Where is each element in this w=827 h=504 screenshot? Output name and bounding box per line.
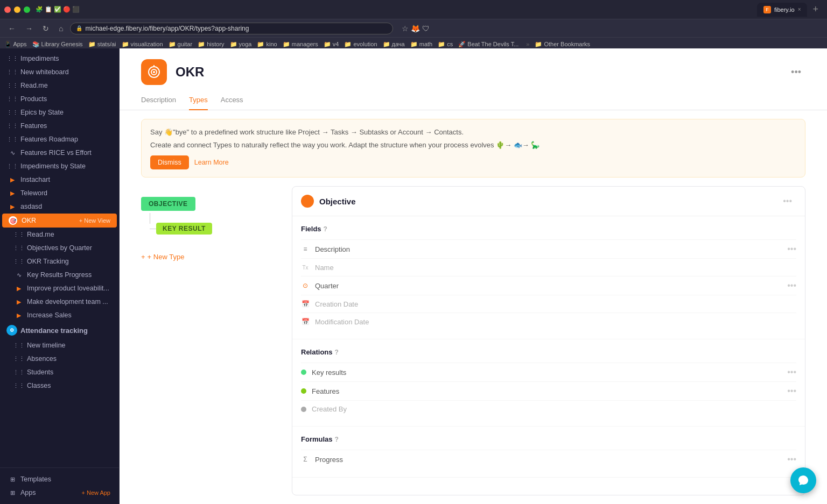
sidebar-item-products[interactable]: ⋮⋮ Products — [2, 93, 117, 105]
sidebar-item-features[interactable]: ⋮⋮ Features — [2, 119, 117, 132]
tab-close-btn[interactable]: × — [798, 6, 801, 12]
objective-node[interactable]: OBJECTIVE — [141, 197, 195, 211]
bookmark-beat[interactable]: 🚀 Beat The Devils T... — [458, 41, 518, 48]
active-tab[interactable]: F fibery.io × — [757, 3, 808, 17]
kr-node[interactable]: KEY RESULT — [156, 223, 212, 235]
sidebar-item-epics[interactable]: ⋮⋮ Epics by State — [2, 106, 117, 119]
new-app-btn[interactable]: + New App — [81, 489, 110, 496]
sidebar-item-readme1[interactable]: ⋮⋮ Read.me — [2, 79, 117, 92]
tab-label: fibery.io — [774, 6, 795, 13]
address-bar[interactable]: 🔒 michael-edge.fibery.io/fibery/app/OKR/… — [70, 23, 393, 34]
formulas-help-icon[interactable]: ? — [335, 436, 339, 443]
minimize-dot[interactable] — [14, 6, 20, 13]
sidebar-item-key-results[interactable]: ∿ Key Results Progress — [2, 268, 117, 281]
bookmark-dacha[interactable]: 📁 дача — [383, 41, 405, 48]
sidebar-apps[interactable]: ⊞ Apps + New App — [2, 486, 117, 499]
home-btn[interactable]: ⌂ — [56, 23, 66, 34]
dismiss-btn[interactable]: Dismiss — [150, 155, 189, 169]
new-type-btn[interactable]: + + New Type — [141, 251, 184, 263]
sidebar-item-classes[interactable]: ⋮⋮ Classes — [2, 379, 117, 392]
more-bookmarks[interactable]: » — [526, 41, 529, 47]
bookmark-viz[interactable]: 📁 visualization — [122, 41, 163, 48]
close-dot[interactable] — [4, 6, 11, 13]
sidebar-templates[interactable]: ⊞ Templates — [2, 473, 117, 486]
formulas-section: Formulas ? Σ Progress ••• — [292, 427, 805, 478]
formulas-title: Formulas ? — [301, 435, 796, 443]
bookmark-lib[interactable]: 📚 Library Genesis — [32, 41, 83, 48]
sidebar-item-features-rice[interactable]: ∿ Features RICE vs Effort — [2, 146, 117, 159]
key-results-dot — [301, 370, 306, 375]
nav-bar: ← → ↻ ⌂ 🔒 michael-edge.fibery.io/fibery/… — [0, 19, 827, 38]
field-row-creation-date: 📅 Creation Date — [301, 295, 796, 313]
window-controls — [4, 6, 30, 13]
maximize-dot[interactable] — [24, 6, 30, 13]
sidebar-item-okr-tracking[interactable]: ⋮⋮ OKR Tracking — [2, 255, 117, 268]
sidebar-item-absences[interactable]: ⋮⋮ Absences — [2, 352, 117, 365]
sidebar-item-make-dev[interactable]: ▶ Make development team ... — [2, 295, 117, 308]
bookmark-yoga[interactable]: 📁 yoga — [230, 41, 252, 48]
relations-help-icon[interactable]: ? — [335, 349, 339, 356]
sidebar-item-students[interactable]: ⋮⋮ Students — [2, 366, 117, 379]
sidebar-item-readme2[interactable]: ⋮⋮ Read.me — [2, 228, 117, 241]
sidebar-item-objectives-quarter[interactable]: ⋮⋮ Objectives by Quarter — [2, 242, 117, 254]
diagram-panel: OBJECTIVE KEY RESULT + + New Type — [141, 186, 281, 495]
refresh-btn[interactable]: ↻ — [40, 23, 52, 34]
bookmark-guitar[interactable]: 📁 guitar — [169, 41, 193, 48]
modification-date-icon: 📅 — [301, 317, 310, 326]
detail-menu-btn[interactable]: ••• — [779, 194, 796, 208]
sidebar-item-instachart[interactable]: ▶ Instachart — [2, 173, 117, 186]
sidebar-group-attendance[interactable]: ⚙ Attendance tracking — [0, 322, 119, 338]
sidebar-item-teleword[interactable]: ▶ Teleword — [2, 187, 117, 200]
header-menu-btn[interactable]: ••• — [787, 65, 805, 80]
sidebar-item-increase-sales[interactable]: ▶ Increase Sales — [2, 309, 117, 322]
bookmark-math[interactable]: 📁 math — [410, 41, 433, 48]
bookmark-star-btn[interactable]: ☆ — [402, 24, 409, 33]
field-menu-quarter[interactable]: ••• — [787, 281, 796, 290]
sidebar-item-improve[interactable]: ▶ Improve product loveabilit... — [2, 282, 117, 295]
tab-description[interactable]: Description — [141, 91, 176, 110]
relation-menu-key-results[interactable]: ••• — [787, 367, 796, 377]
field-menu-description[interactable]: ••• — [787, 244, 796, 254]
sidebar-item-asdasd[interactable]: ▶ asdasd — [2, 200, 117, 213]
grid-icon: ⋮⋮ — [9, 55, 16, 62]
page-header: OKR ••• — [120, 48, 827, 85]
info-banner: Say 👋"bye" to a predefined work structur… — [141, 119, 805, 178]
bookmark-kino[interactable]: 📁 kino — [257, 41, 277, 48]
new-view-btn[interactable]: + New View — [79, 217, 110, 224]
bookmark-evolution[interactable]: 📁 evolution — [344, 41, 377, 48]
formula-menu-progress[interactable]: ••• — [787, 455, 796, 464]
tilde-icon: ∿ — [9, 149, 16, 157]
relation-row-created-by: Created By — [301, 400, 796, 417]
page-title: OKR — [176, 65, 204, 80]
grid-icon: ⋮⋮ — [9, 82, 16, 89]
forward-btn[interactable]: → — [23, 23, 36, 34]
description-icon: ≡ — [301, 245, 310, 253]
sidebar-item-features-roadmap[interactable]: ⋮⋮ Features Roadmap — [2, 133, 117, 146]
bookmark-v4[interactable]: 📁 v4 — [324, 41, 339, 48]
bookmark-history[interactable]: 📁 history — [198, 41, 224, 48]
sidebar-item-new-timeline[interactable]: ⋮⋮ New timeline — [2, 339, 117, 352]
tab-types[interactable]: Types — [189, 91, 208, 110]
chat-button[interactable] — [790, 467, 816, 493]
back-btn[interactable]: ← — [5, 23, 18, 34]
play-icon: ▶ — [9, 189, 16, 197]
grid-icon: ⋮⋮ — [9, 122, 16, 130]
tab-access[interactable]: Access — [221, 91, 243, 110]
bookmark-stats[interactable]: 📁 stats/ai — [88, 41, 116, 48]
fields-help-icon[interactable]: ? — [324, 225, 327, 233]
play-icon: ▶ — [9, 203, 16, 210]
bookmark-apps[interactable]: 📱 Apps — [4, 41, 27, 48]
bookmark-other[interactable]: 📁 Other Bookmarks — [535, 41, 590, 48]
relation-menu-features[interactable]: ••• — [787, 386, 796, 396]
grid-icon: ⋮⋮ — [9, 109, 16, 116]
sidebar-item-whiteboard[interactable]: ⋮⋮ New whiteboard — [2, 66, 117, 79]
sidebar-item-okr[interactable]: 🎯 OKR + New View — [2, 214, 117, 228]
plus-icon: + — [141, 253, 145, 261]
tab-favicon: F — [763, 6, 771, 13]
learn-more-btn[interactable]: Learn More — [194, 155, 229, 169]
sidebar-item-impediments-state[interactable]: ⋮⋮ Impediments by State — [2, 160, 117, 173]
bookmark-managers[interactable]: 📁 managers — [283, 41, 318, 48]
sidebar-item-impediments[interactable]: ⋮⋮ Impediments — [2, 52, 117, 65]
new-tab-btn[interactable]: + — [808, 4, 823, 15]
bookmark-cs[interactable]: 📁 cs — [438, 41, 453, 48]
